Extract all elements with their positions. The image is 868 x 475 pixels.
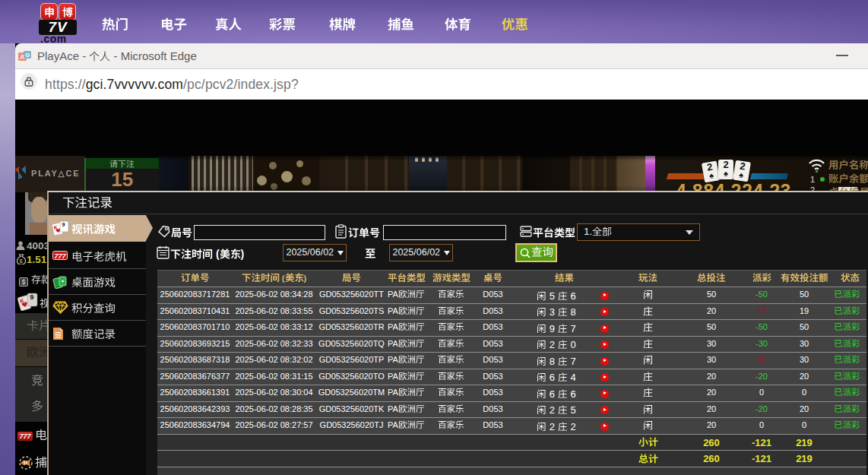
svg-text:$: $ <box>20 258 24 264</box>
svg-text:9: 9 <box>30 293 34 301</box>
svg-text:G: G <box>25 52 30 59</box>
svg-text:777: 777 <box>54 252 66 260</box>
svg-text:*: * <box>23 248 25 252</box>
svg-text:9: 9 <box>62 222 65 227</box>
